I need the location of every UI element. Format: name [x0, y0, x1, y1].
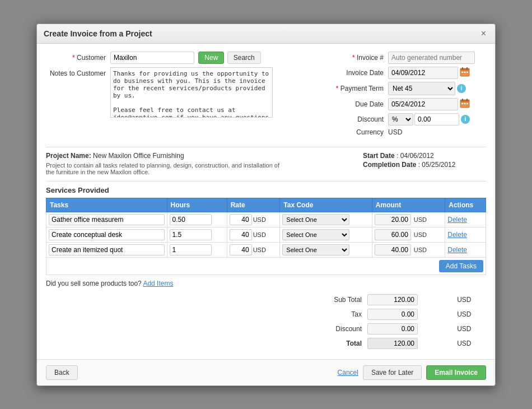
- hours-input-1[interactable]: [170, 229, 212, 240]
- col-rate: Rate: [227, 198, 280, 212]
- completion-date-value: 05/25/2012: [422, 161, 455, 169]
- completion-date-item: Completion Date : 05/25/2012: [363, 161, 486, 169]
- top-section: Customer New Search Notes to Customer In…: [46, 52, 486, 139]
- rate-input-0[interactable]: [230, 214, 252, 225]
- start-date-label: Start Date: [363, 152, 395, 160]
- subtotal-row: Sub Total USD: [319, 293, 485, 306]
- task-cell: [46, 212, 167, 227]
- tax-label: Tax: [319, 308, 364, 321]
- svg-rect-1: [460, 68, 469, 71]
- payment-term-select[interactable]: Net 45: [388, 82, 455, 95]
- rate-cell: USD: [227, 227, 280, 242]
- amount-usd-label-1: USD: [414, 231, 427, 238]
- modal-title: Create Invoice from a Project: [44, 29, 152, 38]
- invoice-date-calendar-icon[interactable]: [460, 67, 470, 78]
- task-cell: [46, 227, 167, 242]
- amount-cell: USD: [372, 227, 445, 242]
- payment-term-label: Payment Term: [329, 85, 388, 92]
- task-cell: [46, 242, 167, 257]
- due-date-calendar-icon[interactable]: [460, 98, 470, 110]
- customer-input[interactable]: [110, 52, 194, 64]
- svg-rect-6: [466, 72, 468, 73]
- add-tasks-cell: Add Tasks: [46, 257, 486, 275]
- amount-input-0: [375, 214, 411, 225]
- delete-button-0[interactable]: Delete: [447, 216, 467, 224]
- subtotal-currency: USD: [455, 293, 485, 306]
- rate-usd-label-0: USD: [253, 216, 266, 223]
- start-date-separator: :: [396, 152, 400, 160]
- tax-select-0[interactable]: Select One: [282, 214, 349, 225]
- invoice-number-input[interactable]: [388, 52, 475, 64]
- customer-label: Customer: [46, 52, 110, 62]
- taxcode-cell: Select One: [280, 242, 372, 257]
- col-actions: Actions: [445, 198, 486, 212]
- currency-row: Currency USD: [329, 128, 486, 136]
- start-date-value: 04/06/2012: [400, 152, 434, 160]
- modal-header: Create Invoice from a Project ×: [37, 24, 495, 44]
- discount-value-input[interactable]: [414, 113, 459, 126]
- notes-label: Notes to Customer: [46, 67, 110, 77]
- discount-info-icon[interactable]: i: [461, 115, 470, 124]
- invoice-date-label: Invoice Date: [329, 69, 388, 77]
- save-button[interactable]: Save for Later: [363, 365, 422, 380]
- due-date-input[interactable]: [388, 98, 458, 110]
- payment-term-info-icon[interactable]: i: [457, 84, 466, 93]
- discount-input-group: % $: [388, 113, 459, 126]
- currency-label: Currency: [329, 128, 388, 136]
- invoice-date-input[interactable]: [388, 67, 458, 79]
- customer-input-group: New Search: [110, 52, 261, 64]
- hours-input-2[interactable]: [170, 244, 212, 255]
- modal-footer: Back Cancel Save for Later Email Invoice: [37, 359, 495, 385]
- totals-table: Sub Total USD Tax USD Discount USD Total: [318, 292, 486, 351]
- delete-button-1[interactable]: Delete: [447, 231, 467, 239]
- customer-row: Customer New Search: [46, 52, 318, 64]
- svg-rect-11: [461, 103, 463, 104]
- delete-button-2[interactable]: Delete: [447, 246, 467, 254]
- amount-usd-label-2: USD: [414, 247, 427, 253]
- project-left: Project Name: New Maxilon Office Furnish…: [46, 152, 346, 175]
- footer-right: Cancel Save for Later Email Invoice: [338, 365, 486, 380]
- email-invoice-button[interactable]: Email Invoice: [426, 365, 486, 380]
- hours-cell: [167, 227, 227, 242]
- completion-date-label: Completion Date: [363, 161, 416, 169]
- add-tasks-button[interactable]: Add Tasks: [439, 260, 483, 272]
- add-items-link[interactable]: Add Items: [143, 280, 173, 287]
- products-line: Did you sell some products too? Add Item…: [46, 280, 486, 287]
- project-section: Project Name: New Maxilon Office Furnish…: [46, 152, 486, 175]
- tax-select-1[interactable]: Select One: [282, 229, 349, 240]
- products-text: Did you sell some products too?: [46, 280, 142, 287]
- svg-rect-8: [460, 100, 469, 102]
- table-row: USD Select One USD Delete: [46, 242, 486, 257]
- hours-cell: [167, 242, 227, 257]
- discount-label: Discount: [329, 115, 388, 123]
- rate-cell: USD: [227, 212, 280, 227]
- project-info-row: Project Name: New Maxilon Office Furnish…: [46, 152, 486, 175]
- svg-rect-4: [461, 72, 463, 73]
- search-button[interactable]: Search: [227, 52, 261, 64]
- totals-discount-label: Discount: [319, 322, 364, 336]
- totals-discount-value: [367, 323, 418, 334]
- rate-input-1[interactable]: [230, 229, 252, 240]
- due-date-label: Due Date: [329, 100, 388, 108]
- tax-currency: USD: [455, 308, 485, 321]
- task-input-1[interactable]: [49, 229, 165, 240]
- new-button[interactable]: New: [198, 52, 224, 64]
- rate-input-2[interactable]: [230, 244, 252, 255]
- amount-input-2: [375, 244, 411, 255]
- task-input-0[interactable]: [49, 214, 165, 225]
- task-input-2[interactable]: [49, 244, 165, 255]
- payment-term-row: Payment Term Net 45 i: [329, 82, 486, 95]
- invoice-date-row: Invoice Date: [329, 67, 486, 79]
- hours-input-0[interactable]: [170, 214, 212, 225]
- discount-row: Discount % $ i: [329, 113, 486, 126]
- cancel-button[interactable]: Cancel: [338, 369, 358, 377]
- back-button[interactable]: Back: [46, 365, 78, 380]
- discount-type-select[interactable]: % $: [388, 113, 413, 126]
- services-section: Services Provided Tasks Hours Rate Tax C…: [46, 186, 486, 275]
- notes-textarea[interactable]: [110, 67, 273, 118]
- close-button[interactable]: ×: [479, 29, 488, 39]
- start-date-item: Start Date : 04/06/2012: [363, 152, 486, 160]
- totals-discount-row: Discount USD: [319, 322, 485, 336]
- invoice-number-row: Invoice #: [329, 52, 486, 64]
- tax-select-2[interactable]: Select One: [282, 244, 349, 255]
